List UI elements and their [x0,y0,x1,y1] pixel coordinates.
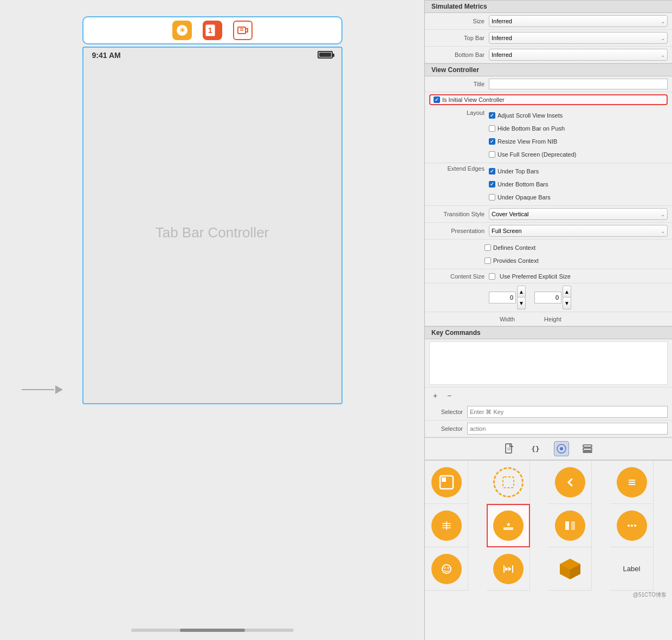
resize-nib-label: Resize View From NIB [497,138,557,145]
defines-context-checkbox[interactable] [484,244,491,251]
icon-tabs: {} [425,437,672,460]
selector-label-el: Selector [429,425,467,432]
use-full-screen-checkbox[interactable] [489,151,495,158]
svg-rect-34 [571,521,575,530]
use-preferred-checkbox[interactable] [489,273,495,280]
icon-cell-media[interactable] [487,547,530,591]
provides-context-row: Provides Context [484,255,543,267]
hide-bottom-checkbox[interactable] [489,125,495,132]
height-label: Height [534,316,571,322]
icon-cell-split[interactable] [548,504,592,547]
svg-rect-12 [583,445,592,447]
width-stepper-up[interactable]: ▲ [517,286,526,298]
width-group: ▲ ▼ [489,286,526,309]
size-label: Size [429,18,489,24]
top-bar-dropdown[interactable]: Inferred ⌄ [489,32,668,44]
transition-style-dropdown[interactable]: Cover Vertical ⌄ [489,208,668,220]
key-row: Selector [425,404,672,421]
key-value [467,406,668,418]
transition-style-row: Transition Style Cover Vertical ⌄ [425,206,672,223]
is-initial-checkbox[interactable] [434,96,440,103]
tab-icon-3[interactable] [233,21,253,40]
resize-nib-checkbox[interactable] [489,138,495,145]
view-controller-header: View Controller [425,63,672,76]
icon-cell-back[interactable] [548,461,592,504]
provides-context-label: Provides Context [493,257,539,264]
title-label: Title [429,81,489,87]
under-opaque-label: Under Opaque Bars [497,194,551,201]
icon-tab-object[interactable] [554,441,569,456]
tab-icon-2[interactable]: 1 [203,21,222,40]
icon-cell-face[interactable] [425,547,468,591]
width-stepper-down[interactable]: ▼ [517,298,526,309]
add-key-command-button[interactable]: + [429,390,441,402]
presentation-dropdown[interactable]: Full Screen ⌄ [489,225,668,237]
title-input[interactable] [489,79,668,89]
transition-style-value: Cover Vertical ⌄ [489,208,668,220]
presentation-label: Presentation [429,228,489,234]
svg-point-37 [631,525,633,527]
scrollbar-container[interactable] [131,629,294,632]
width-label: Width [489,316,526,322]
layout-row: Layout Adjust Scroll View Insets Hide Bo… [425,107,672,163]
under-opaque-checkbox[interactable] [489,194,495,201]
use-full-screen-label: Use Full Screen (Deprecated) [497,151,577,158]
panel-footer: @51CTO博客 [425,591,672,602]
hide-bottom-label: Hide Bottom Bar on Push [497,125,565,132]
icon-grid: ★ ··· [425,460,672,591]
right-panel: Simulated Metrics Size Inferred ⌄ Top Ba… [424,0,672,640]
icon-tab-list[interactable] [580,441,595,456]
svg-text:1: 1 [208,26,212,35]
canvas-area: ☀ 1 9:41 AM [0,0,424,640]
height-stepper-up[interactable]: ▲ [563,286,571,298]
resize-nib-row: Resize View From NIB [489,135,561,147]
device-frame: ☀ 1 9:41 AM [82,16,343,404]
controller-label: Tab Bar Controller [156,224,269,241]
icon-cell-cube[interactable] [548,547,592,591]
svg-point-41 [444,567,445,568]
under-bottom-row: Under Bottom Bars [489,178,553,190]
screen-content: Tab Bar Controller [83,63,341,402]
size-dropdown[interactable]: Inferred ⌄ [489,15,668,27]
icon-cell-grid[interactable] [425,504,468,547]
remove-key-command-button[interactable]: − [443,390,455,402]
width-input[interactable] [489,292,516,303]
wh-labels-row: Width Height [425,312,672,326]
under-bottom-checkbox[interactable] [489,181,495,188]
top-bar-value: Inferred ⌄ [489,32,668,44]
context-rows: Defines Context Provides Context [425,240,672,269]
icon-cell-tabbar[interactable]: ★ ··· [487,504,530,547]
key-input[interactable] [467,406,668,418]
icon-tab-file[interactable] [502,441,517,456]
svg-point-36 [628,525,630,527]
provides-context-checkbox[interactable] [484,257,491,264]
use-preferred-label: Use Preferred Explicit Size [500,273,571,280]
svg-point-18 [564,476,577,489]
icon-cell-dots[interactable] [610,504,654,547]
arrow-indicator [22,385,63,394]
top-bar-label: Top Bar [429,35,489,41]
svg-text:☀: ☀ [179,27,185,34]
top-bar-row: Top Bar Inferred ⌄ [425,30,672,47]
size-value: Inferred ⌄ [489,15,668,27]
under-top-label: Under Top Bars [497,168,539,174]
defines-context-row: Defines Context [484,242,540,254]
svg-point-11 [560,447,563,450]
icon-split [555,510,585,541]
icon-cell-dashed[interactable] [487,461,530,504]
icon-cell-label[interactable]: Label [610,547,654,591]
height-group: ▲ ▼ [534,286,571,309]
icon-cell-list[interactable] [610,461,654,504]
height-input[interactable] [534,292,561,303]
icon-tab-code[interactable]: {} [528,441,543,456]
tab-icon-1[interactable]: ☀ [172,21,192,40]
height-stepper-down[interactable]: ▼ [563,298,571,309]
tab-bar-top: ☀ 1 [82,16,343,44]
icon-cell-selection[interactable] [425,461,468,504]
bottom-bar-dropdown[interactable]: Inferred ⌄ [489,49,668,61]
selector-input[interactable] [467,423,668,435]
under-top-checkbox[interactable] [489,168,495,174]
is-initial-row: Is Initial View Controller [429,94,668,105]
presentation-value: Full Screen ⌄ [489,225,668,237]
adjust-scroll-checkbox[interactable] [489,112,495,119]
